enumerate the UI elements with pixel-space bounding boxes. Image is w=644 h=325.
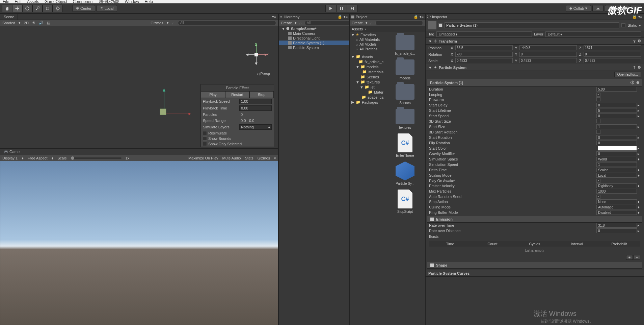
prop-checkbox[interactable] xyxy=(596,130,600,134)
dropdown-arrow[interactable]: ♦ xyxy=(637,157,640,161)
scale-x[interactable] xyxy=(455,58,513,63)
game-gizmos-dropdown[interactable]: Gizmos xyxy=(258,156,270,160)
prop-value[interactable]: 0 xyxy=(596,141,637,145)
scene-tab[interactable]: Scene xyxy=(0,14,18,20)
settings-icon[interactable]: ⚙ xyxy=(638,39,641,43)
prop-checkbox[interactable] xyxy=(596,119,600,123)
panel-lock-icon[interactable]: 🔒 xyxy=(413,15,418,19)
scene-object[interactable] xyxy=(157,87,198,121)
prop-value[interactable]: 0 xyxy=(596,151,637,156)
prop-checkbox[interactable] xyxy=(596,97,600,101)
prop-value[interactable]: 0 xyxy=(596,114,637,118)
scene-gizmo[interactable]: y x xyxy=(244,43,268,67)
pos-x[interactable] xyxy=(455,45,513,50)
color-swatch[interactable] xyxy=(598,146,637,151)
project-create[interactable]: Create xyxy=(352,21,363,25)
rotate-tool[interactable] xyxy=(22,5,32,12)
project-tree-item[interactable]: 📁space_ca xyxy=(350,95,385,100)
fx-toggle[interactable]: ▤ xyxy=(47,21,50,25)
menu-component[interactable]: Component xyxy=(73,0,93,4)
prop-value[interactable]: 0 xyxy=(596,103,637,107)
menu-gameobject[interactable]: GameObject xyxy=(45,0,67,4)
project-tree-item[interactable]: 📁fx_article_c xyxy=(350,59,385,64)
favorite-item[interactable]: ⌕All Models xyxy=(350,42,385,47)
burst-remove-button[interactable]: − xyxy=(634,255,640,260)
space-toggle[interactable]: ⟲Local xyxy=(97,5,117,12)
pos-z[interactable] xyxy=(584,45,641,50)
favorite-item[interactable]: ⌕All Prefabs xyxy=(350,47,385,51)
layer-dropdown[interactable]: Default ♦ xyxy=(545,31,641,37)
prop-value[interactable]: 5 xyxy=(596,108,637,113)
account-dropdown[interactable]: Account▾ xyxy=(605,5,629,12)
assets-folder[interactable]: ▼📁Assets xyxy=(350,54,385,59)
asset-item[interactable]: fx_article_d... xyxy=(395,35,415,55)
emission-module[interactable]: ✓Emission xyxy=(427,216,642,223)
dropdown-arrow[interactable]: ♦ xyxy=(637,210,640,215)
prop-checkbox[interactable] xyxy=(596,93,600,97)
prop-value[interactable]: Local xyxy=(596,173,637,178)
dropdown-arrow[interactable]: ▸ xyxy=(637,135,640,140)
menu-edit[interactable]: Edit xyxy=(15,0,22,4)
show-only-selected-checkbox[interactable] xyxy=(203,142,207,146)
favorite-item[interactable]: ⌕All Materials xyxy=(350,37,385,42)
curve-arrow[interactable]: ▸ xyxy=(637,229,640,233)
particle-stop-button[interactable]: Stop xyxy=(249,91,274,98)
scene-root[interactable]: ▼⬢SampleScene* xyxy=(279,26,349,31)
hierarchy-item[interactable]: Main Camera xyxy=(279,31,349,36)
panel-menu-icon[interactable]: ▾≡ xyxy=(420,15,424,19)
prop-value[interactable]: Scaled xyxy=(596,168,637,172)
particle-restart-button[interactable]: Restart xyxy=(225,91,249,98)
stats-toggle[interactable]: Stats xyxy=(245,156,253,160)
persp-label[interactable]: ◁ Persp xyxy=(257,72,270,76)
project-tree-item[interactable]: ▼📁jet xyxy=(350,84,385,90)
scale-slider[interactable] xyxy=(71,157,122,159)
menu-help[interactable]: Help xyxy=(144,0,153,4)
dropdown-arrow[interactable]: ♦ xyxy=(637,168,640,172)
asset-item[interactable]: C#EnterThrere xyxy=(396,133,414,157)
project-tree-item[interactable]: ▼📁models xyxy=(350,64,385,69)
menu-assets[interactable]: Assets xyxy=(27,0,39,4)
gizmos-dropdown[interactable]: Gizmos xyxy=(151,21,163,25)
prop-value[interactable]: None xyxy=(596,199,637,204)
prop-value[interactable]: World xyxy=(596,157,637,161)
game-tab[interactable]: 🎮 Game xyxy=(0,149,23,155)
game-viewport[interactable] xyxy=(0,161,278,325)
panel-menu-icon[interactable]: ▾≡ xyxy=(638,15,642,19)
pause-button[interactable] xyxy=(336,5,347,12)
scene-viewport[interactable]: y x ◁ Persp Particle Effect xyxy=(0,26,278,148)
dropdown-arrow[interactable]: ▸ xyxy=(637,108,640,113)
2d-toggle[interactable]: 2D xyxy=(24,21,29,25)
prop-checkbox[interactable] xyxy=(596,195,600,199)
panel-options-icon[interactable]: ▾≡ xyxy=(270,15,278,19)
open-editor-button[interactable]: Open Editor... xyxy=(614,72,641,77)
particle-play-button[interactable]: Play xyxy=(201,91,225,98)
menu-file[interactable]: File xyxy=(3,0,9,4)
rect-tool[interactable] xyxy=(43,5,53,12)
hierarchy-item[interactable]: Particle System xyxy=(279,45,349,50)
scale-tool[interactable] xyxy=(32,5,43,12)
curves-section[interactable]: Particle System Curves xyxy=(426,270,644,277)
aspect-dropdown[interactable]: Free Aspect xyxy=(28,156,48,160)
curve-arrow[interactable]: ▸ xyxy=(637,223,640,228)
settings-icon[interactable]: ⚙ xyxy=(638,65,641,70)
prop-checkbox[interactable] xyxy=(596,179,600,183)
rate-dist-value[interactable]: 0 xyxy=(596,228,637,233)
hierarchy-item[interactable]: Directional Light xyxy=(279,36,349,41)
object-name-field[interactable] xyxy=(445,22,619,28)
cloud-button[interactable]: ☁ xyxy=(592,5,603,12)
prop-value[interactable]: 1 xyxy=(596,124,637,129)
prop-value[interactable]: Rigidbody xyxy=(596,183,637,188)
shape-checkbox[interactable]: ✓ xyxy=(430,263,434,267)
dropdown-arrow[interactable]: ♦ xyxy=(637,200,640,204)
hierarchy-create[interactable]: Create xyxy=(281,21,292,25)
prop-value[interactable]: 1 xyxy=(596,162,637,167)
asset-item[interactable]: textures xyxy=(396,109,414,129)
asset-item[interactable]: Scenes xyxy=(396,84,414,105)
asset-item[interactable]: C#StopScript xyxy=(397,190,413,214)
prop-value[interactable]: 0 xyxy=(596,135,637,140)
dropdown-arrow[interactable]: ♦ xyxy=(637,173,640,177)
project-tree-item[interactable]: 📁Mater xyxy=(350,90,385,95)
dropdown-arrow[interactable]: ♦ xyxy=(637,205,640,209)
display-dropdown[interactable]: Display 1 xyxy=(2,156,18,160)
active-checkbox[interactable]: ✓ xyxy=(438,23,442,27)
